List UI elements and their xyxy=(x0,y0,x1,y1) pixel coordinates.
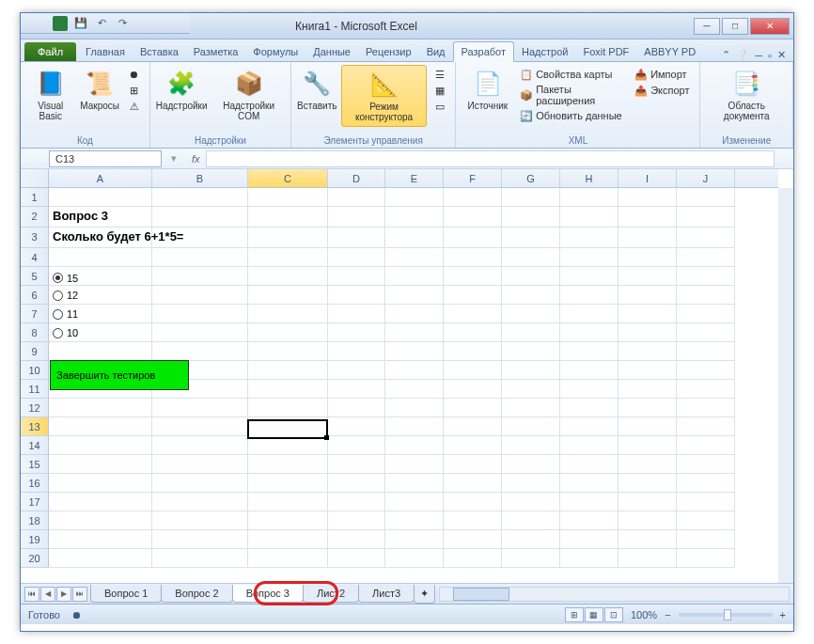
sheet-tab[interactable]: Вопрос 2 xyxy=(161,585,232,603)
col-header-h[interactable]: H xyxy=(560,169,618,187)
normal-view-icon[interactable]: ⊞ xyxy=(565,607,584,622)
scroll-thumb[interactable] xyxy=(453,588,509,601)
option-4[interactable]: 10 xyxy=(49,323,152,342)
col-header-j[interactable]: J xyxy=(677,169,735,187)
option-1[interactable]: 15 xyxy=(49,267,152,286)
tab-next-icon[interactable]: ▶ xyxy=(56,587,71,602)
sheet-tab[interactable]: Лист3 xyxy=(358,585,415,603)
col-header-c[interactable]: C xyxy=(248,169,328,187)
workbook-min-icon[interactable]: ─ xyxy=(755,50,762,61)
row-header[interactable]: 4 xyxy=(21,248,49,267)
namebox-dropdown-icon[interactable]: ▾ xyxy=(162,152,186,165)
xml-source-button[interactable]: 📄Источник xyxy=(462,65,513,115)
import-button[interactable]: 📥Импорт xyxy=(632,67,692,82)
tab-view[interactable]: Вид xyxy=(419,42,453,61)
col-header-i[interactable]: I xyxy=(618,169,677,187)
map-properties-button[interactable]: 📋Свойства карты xyxy=(517,67,626,82)
zoom-out-icon[interactable]: − xyxy=(665,609,670,620)
vertical-scrollbar[interactable] xyxy=(778,188,793,583)
tab-first-icon[interactable]: ⏮ xyxy=(24,587,39,602)
sheet-tab[interactable]: Вопрос 1 xyxy=(90,585,162,603)
fx-icon[interactable]: fx xyxy=(192,153,200,165)
zoom-slider[interactable] xyxy=(679,613,773,617)
export-button[interactable]: 📤Экспорт xyxy=(632,83,692,98)
document-panel-button[interactable]: 📑Область документа xyxy=(704,65,789,125)
active-cell[interactable] xyxy=(247,419,328,439)
tab-formulas[interactable]: Формулы xyxy=(245,42,305,61)
question-title[interactable]: Вопрос 3 xyxy=(49,207,152,228)
help-icon[interactable]: ❔ xyxy=(736,49,749,61)
close-button[interactable]: ✕ xyxy=(750,18,790,35)
tab-prev-icon[interactable]: ◀ xyxy=(40,587,55,602)
col-header-g[interactable]: G xyxy=(502,169,560,187)
row-header[interactable]: 2 xyxy=(21,207,49,228)
save-icon[interactable]: 💾 xyxy=(73,16,88,31)
design-mode-button[interactable]: 📐Режим конструктора xyxy=(341,65,428,127)
record-macro-icon[interactable]: ⏺ xyxy=(125,67,144,82)
tab-data[interactable]: Данные xyxy=(305,42,358,61)
properties-icon[interactable]: ☰ xyxy=(430,67,449,82)
maximize-button[interactable]: □ xyxy=(722,18,748,35)
macro-security-icon[interactable]: ⚠ xyxy=(125,99,144,114)
macro-record-icon[interactable]: ⏺ xyxy=(71,609,82,620)
row-header[interactable]: 20 xyxy=(21,549,49,568)
undo-icon[interactable]: ↶ xyxy=(94,16,109,31)
relative-refs-icon[interactable]: ⊞ xyxy=(125,83,144,98)
col-header-e[interactable]: E xyxy=(385,169,444,187)
formula-bar[interactable] xyxy=(206,150,775,167)
view-code-icon[interactable]: ▦ xyxy=(430,83,449,98)
row-header[interactable]: 7 xyxy=(21,305,49,323)
insert-control-button[interactable]: 🔧Вставить xyxy=(295,65,339,115)
tab-home[interactable]: Главная xyxy=(78,42,133,61)
row-header[interactable]: 10 xyxy=(21,361,49,380)
horizontal-scrollbar[interactable] xyxy=(439,587,790,602)
tab-developer[interactable]: Разработ xyxy=(453,41,514,62)
expansion-packs-button[interactable]: 📦Пакеты расширения xyxy=(517,83,626,107)
col-header-f[interactable]: F xyxy=(444,169,502,187)
tab-foxit[interactable]: Foxit PDF xyxy=(575,42,636,61)
row-header[interactable]: 1 xyxy=(21,188,49,207)
row-header[interactable]: 11 xyxy=(21,380,49,399)
finish-test-button[interactable]: Завершить тестиров xyxy=(50,360,189,390)
minimize-ribbon-icon[interactable]: ⌃ xyxy=(722,49,730,61)
row-header[interactable]: 3 xyxy=(21,228,49,248)
row-header[interactable]: 13 xyxy=(21,417,49,436)
page-layout-icon[interactable]: ▦ xyxy=(585,607,603,622)
row-header[interactable]: 15 xyxy=(21,455,49,474)
row-header[interactable]: 8 xyxy=(21,323,49,342)
option-3[interactable]: 11 xyxy=(49,305,152,323)
name-box[interactable]: C13 xyxy=(49,150,162,167)
zoom-thumb[interactable] xyxy=(724,609,731,620)
select-all-corner[interactable] xyxy=(21,169,49,188)
row-header[interactable]: 5 xyxy=(21,267,49,286)
option-2[interactable]: 12 xyxy=(49,286,152,305)
new-sheet-tab[interactable]: ✦ xyxy=(414,585,435,604)
com-addins-button[interactable]: 📦Надстройки COM xyxy=(211,65,287,125)
col-header-d[interactable]: D xyxy=(328,169,385,187)
file-tab[interactable]: Файл xyxy=(24,42,76,61)
tab-addins[interactable]: Надстрой xyxy=(514,42,575,61)
zoom-in-icon[interactable]: + xyxy=(780,609,786,620)
run-dialog-icon[interactable]: ▭ xyxy=(430,99,449,114)
row-header[interactable]: 17 xyxy=(21,493,49,511)
col-header-b[interactable]: B xyxy=(152,169,248,187)
col-header-a[interactable]: A xyxy=(49,169,152,187)
workbook-close-icon[interactable]: ✕ xyxy=(777,49,786,61)
row-header[interactable]: 6 xyxy=(21,286,49,305)
fill-handle[interactable] xyxy=(324,435,329,440)
row-header[interactable]: 16 xyxy=(21,474,49,493)
zoom-level[interactable]: 100% xyxy=(631,609,657,620)
minimize-button[interactable]: ─ xyxy=(694,18,720,35)
refresh-data-button[interactable]: 🔄Обновить данные xyxy=(517,108,626,123)
row-header[interactable]: 18 xyxy=(21,511,49,530)
row-header[interactable]: 14 xyxy=(21,436,49,455)
tab-insert[interactable]: Вставка xyxy=(133,42,186,61)
tab-review[interactable]: Рецензир xyxy=(358,42,419,61)
row-header[interactable]: 19 xyxy=(21,530,49,549)
row-header[interactable]: 12 xyxy=(21,399,49,417)
question-text[interactable]: Сколько будет 6+1*5= xyxy=(49,228,152,248)
redo-icon[interactable]: ↷ xyxy=(115,16,130,31)
workbook-restore-icon[interactable]: ▫ xyxy=(768,50,772,61)
tab-abbyy[interactable]: ABBYY PD xyxy=(636,42,703,61)
row-header[interactable]: 9 xyxy=(21,342,49,361)
